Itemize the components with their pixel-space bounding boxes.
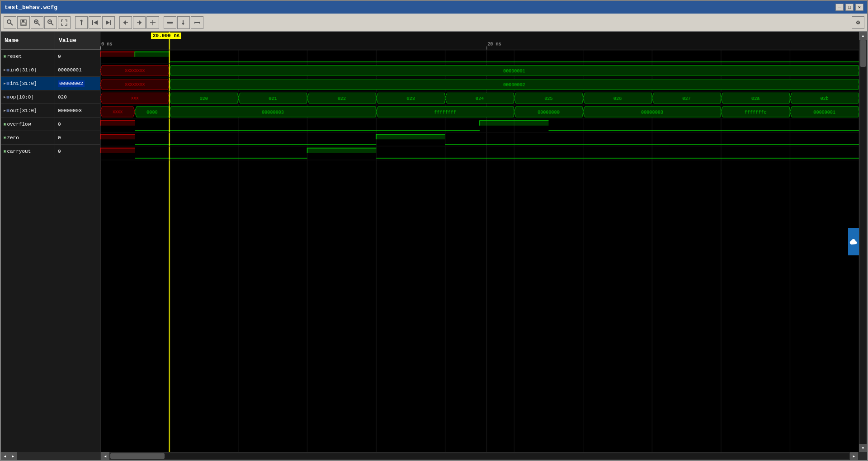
scroll-right-button[interactable]: ▶: [850, 452, 858, 460]
expand-arrow-in1[interactable]: ▶: [4, 81, 6, 85]
add-marker-button[interactable]: [146, 16, 159, 29]
cursor-button[interactable]: [75, 16, 88, 29]
signal-panel: Name Value ▣ reset 0 ▶: [1, 32, 100, 452]
svg-point-0: [7, 20, 11, 24]
waveform-area: Name Value ▣ reset 0 ▶: [1, 32, 867, 452]
svg-marker-17: [106, 20, 110, 25]
go-start-button[interactable]: [89, 16, 101, 29]
waveform-canvas[interactable]: [100, 32, 859, 452]
save-button[interactable]: [17, 16, 30, 29]
signal-name-zero[interactable]: ▣ zero: [1, 131, 55, 144]
svg-rect-3: [22, 20, 24, 22]
panel-nav: ◀ ▶: [1, 452, 100, 460]
signal-name-in0[interactable]: ▶ ▤ in0[31:0]: [1, 63, 55, 76]
horizontal-scrollbar: ◀ ▶: [100, 452, 859, 460]
signal-name-op[interactable]: ▶ ▤ op[10:0]: [1, 90, 55, 103]
signal-icon-op: ▤: [7, 94, 9, 99]
cursor-time-label: 20.000 ns: [151, 33, 181, 39]
scroll-left-button[interactable]: ◀: [101, 452, 109, 460]
svg-marker-27: [182, 23, 184, 25]
minimize-button[interactable]: ─: [835, 4, 844, 11]
vertical-scrollbar: ▲ ▼: [859, 32, 867, 452]
close-button[interactable]: ✕: [855, 4, 863, 11]
fit-button[interactable]: [58, 16, 71, 29]
go-end-button[interactable]: [102, 16, 115, 29]
list-item: ▶ ▤ op[10:0] 020: [1, 90, 100, 104]
title-bar: test_behav.wcfg ─ □ ✕: [1, 1, 867, 14]
list-item: ▣ carryout 0: [1, 145, 100, 158]
list-item: ▣ zero 0: [1, 131, 100, 145]
window-title: test_behav.wcfg: [5, 4, 57, 11]
signal-value-zero: 0: [55, 131, 100, 144]
list-item: ▶ ▤ in0[31:0] 00000001: [1, 63, 100, 77]
panel-left-button[interactable]: ◀: [1, 452, 9, 460]
search-button[interactable]: [4, 16, 16, 29]
cloud-icon[interactable]: [848, 228, 859, 255]
scroll-up-button[interactable]: ▲: [859, 32, 867, 40]
list-item: ▣ reset 0: [1, 50, 100, 63]
signal-name-out[interactable]: ▶ ▤ out[31:0]: [1, 104, 55, 117]
prev-trans-button[interactable]: [119, 16, 132, 29]
signal-value-carryout: 0: [55, 145, 100, 158]
svg-rect-4: [22, 23, 25, 25]
signal-icon-zero: ▣: [4, 135, 6, 140]
value-column-header: Value: [55, 37, 76, 44]
svg-marker-20: [123, 20, 126, 25]
svg-marker-22: [139, 20, 142, 25]
main-content: Name Value ▣ reset 0 ▶: [1, 32, 867, 460]
svg-line-1: [10, 23, 13, 25]
waveform-display[interactable]: 20.000 ns: [100, 32, 859, 452]
expand-arrow-in0[interactable]: ▶: [4, 68, 6, 72]
toolbar: ⚙: [1, 14, 867, 32]
list-item: ▶ ▤ out[31:0] 00000003: [1, 104, 100, 118]
signal-name-overflow[interactable]: ▣ overflow: [1, 118, 55, 131]
signal-value-op: 020: [55, 90, 100, 103]
svg-line-6: [38, 23, 40, 25]
signal-icon-in1: ▤: [7, 81, 9, 86]
signal-name-reset[interactable]: ▣ reset: [1, 50, 55, 63]
signal-value-in0: 00000001: [55, 63, 100, 76]
btn-opt2[interactable]: [177, 16, 190, 29]
svg-rect-25: [167, 22, 173, 24]
scrollbar-corner: [859, 452, 867, 460]
svg-line-10: [51, 23, 53, 25]
signal-value-in1: 00000002: [55, 77, 100, 90]
horizontal-scrollbar-row: ◀ ▶ ◀ ▶: [1, 452, 867, 460]
scroll-down-button[interactable]: ▼: [859, 444, 867, 452]
signal-icon-reset: ▣: [4, 54, 6, 59]
btn-opt3[interactable]: [191, 16, 203, 29]
zoom-in-button[interactable]: [31, 16, 43, 29]
signal-icon-out: ▤: [7, 108, 9, 113]
signal-value-out: 00000003: [55, 104, 100, 117]
signal-icon-carryout: ▣: [4, 149, 6, 154]
list-item: ▣ overflow 0: [1, 118, 100, 131]
next-trans-button[interactable]: [133, 16, 146, 29]
zoom-out-button[interactable]: [44, 16, 57, 29]
signal-panel-header: Name Value: [1, 32, 100, 50]
main-window: test_behav.wcfg ─ □ ✕: [0, 0, 868, 461]
panel-right-button[interactable]: ▶: [9, 452, 17, 460]
svg-marker-15: [94, 20, 98, 25]
settings-button[interactable]: ⚙: [852, 16, 864, 29]
name-column-header: Name: [1, 32, 55, 49]
maximize-button[interactable]: □: [845, 4, 854, 11]
hscroll-thumb[interactable]: [110, 453, 165, 459]
signal-rows: ▣ reset 0 ▶ ▤ in0[31:0] 00000001: [1, 50, 100, 452]
expand-arrow-out[interactable]: ▶: [4, 108, 6, 113]
btn-opt1[interactable]: [164, 16, 176, 29]
title-bar-buttons: ─ □ ✕: [835, 4, 863, 11]
signal-icon-overflow: ▣: [4, 122, 6, 127]
signal-icon-in0: ▤: [7, 67, 9, 72]
scroll-thumb[interactable]: [860, 40, 866, 67]
hscroll-track[interactable]: [110, 453, 849, 459]
list-item: ▶ ▤ in1[31:0] 00000002: [1, 77, 100, 90]
expand-arrow-op[interactable]: ▶: [4, 95, 6, 99]
signal-name-carryout[interactable]: ▣ carryout: [1, 145, 55, 158]
signal-name-in1[interactable]: ▶ ▤ in1[31:0]: [1, 77, 55, 90]
signal-value-reset: 0: [55, 50, 100, 63]
scroll-track[interactable]: [860, 40, 866, 444]
signal-value-overflow: 0: [55, 118, 100, 131]
